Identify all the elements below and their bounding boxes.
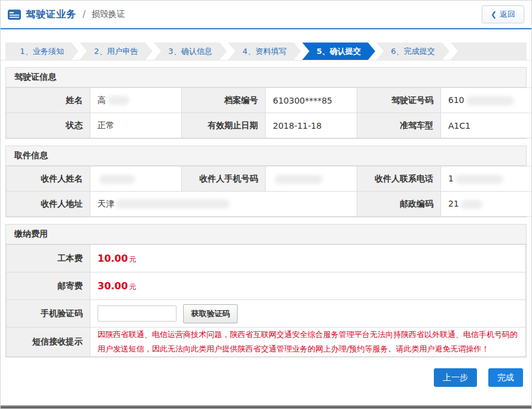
step-5-confirm-submit: 5、确认提交 (302, 43, 375, 60)
production-fee-label: 工本费 (7, 245, 90, 272)
section-fees: 缴纳费用 工本费 10.00元 邮寄费 30.00元 手机验证码 获取验证码 (5, 224, 527, 358)
recipient-mobile-value (266, 166, 357, 192)
back-arrow-icon: ❮ (491, 10, 497, 19)
step-wizard: 1、业务须知 2、用户申告 3、确认信息 4、资料填写 5、确认提交 6、完成提… (5, 43, 527, 60)
pickup-info-table: 收件人姓名 收件人手机号码 收件人联系电话 1 收件人地址 天津 邮政编码 21 (6, 166, 532, 217)
mailing-fee-unit: 元 (129, 283, 136, 291)
footer-strip (1, 405, 531, 408)
redacted-blur (108, 96, 129, 105)
mailing-fee-amount: 30.00 (98, 280, 128, 292)
license-number-value: 610 (441, 88, 532, 113)
table-row: 收件人姓名 收件人手机号码 收件人联系电话 1 (7, 166, 532, 192)
production-fee-unit: 元 (129, 255, 136, 263)
step-wizard-filler (451, 43, 527, 60)
license-info-table: 姓名 高 档案编号 610300****85 驾驶证号码 610 状态 正常 有… (6, 87, 532, 138)
mailing-fee-value: 30.00元 (90, 272, 526, 300)
back-button[interactable]: ❮ 返回 (482, 5, 524, 23)
step-4-fill-materials: 4、资料填写 (228, 43, 301, 60)
license-card-icon (8, 10, 21, 20)
table-row: 收件人地址 天津 邮政编码 21 (7, 192, 532, 217)
section-title-pickup-info: 取件信息 (6, 146, 526, 166)
section-pickup-info: 取件信息 收件人姓名 收件人手机号码 收件人联系电话 1 收件人地址 天津 邮政… (5, 146, 527, 217)
postcode-label: 邮政编码 (357, 192, 441, 217)
step-3-confirm-info: 3、确认信息 (154, 43, 227, 60)
expiry-label: 有效期止日期 (182, 113, 266, 138)
wizard-divider (1, 60, 531, 60)
postcode-value: 21 (441, 192, 532, 217)
status-value: 正常 (90, 113, 182, 138)
redacted-blur (116, 199, 230, 208)
bottom-actions: 上一步 完成 (1, 358, 531, 387)
recipient-address-label: 收件人地址 (7, 192, 90, 217)
redacted-blur (99, 175, 135, 184)
license-number-label: 驾驶证号码 (357, 88, 441, 113)
finish-button[interactable]: 完成 (488, 368, 523, 387)
recipient-name-label: 收件人姓名 (7, 166, 90, 192)
redacted-blur (466, 96, 514, 105)
name-label: 姓名 (7, 88, 90, 113)
sms-code-input[interactable] (98, 305, 177, 322)
sms-note-text: 因陕西省联通、电信运营商技术问题，陕西省互联网交通安全综合服务管理平台无法向持陕… (98, 328, 518, 356)
production-fee-value: 10.00元 (90, 245, 526, 272)
name-text: 高 (98, 95, 106, 105)
step-6-complete-submit: 6、完成提交 (376, 43, 449, 60)
expiry-value: 2018-11-18 (266, 113, 357, 138)
step-2-user-declaration: 2、用户申告 (80, 43, 153, 60)
vehicle-type-label: 准驾车型 (357, 113, 441, 138)
sms-code-cell: 获取验证码 (90, 300, 526, 328)
recipient-phone-value: 1 (441, 166, 532, 192)
table-row: 工本费 10.00元 (7, 245, 526, 272)
vehicle-type-value: A1C1 (441, 113, 532, 138)
license-number-text: 610 (448, 95, 464, 105)
recipient-phone-label: 收件人联系电话 (357, 166, 441, 192)
status-label: 状态 (7, 113, 90, 138)
file-number-value: 610300****85 (266, 88, 357, 113)
file-number-label: 档案编号 (182, 88, 266, 113)
section-title-license-info: 驾驶证信息 (6, 68, 526, 87)
recipient-address-text: 天津 (98, 199, 114, 208)
name-value: 高 (90, 88, 182, 113)
section-license-info: 驾驶证信息 姓名 高 档案编号 610300****85 驾驶证号码 610 状… (5, 67, 527, 139)
header: 驾驶证业务 / 损毁换证 ❮ 返回 (1, 1, 531, 29)
get-code-button[interactable]: 获取验证码 (183, 304, 238, 323)
title-separator: / (83, 9, 86, 20)
sms-note-cell: 因陕西省联通、电信运营商技术问题，陕西省互联网交通安全综合服务管理平台无法向持陕… (90, 328, 526, 357)
recipient-mobile-label: 收件人手机号码 (182, 166, 266, 192)
step-1-business-notice: 1、业务须知 (5, 43, 78, 60)
section-title-fees: 缴纳费用 (6, 225, 526, 244)
sms-note-label: 短信接收提示 (7, 328, 90, 357)
production-fee-amount: 10.00 (98, 253, 128, 264)
page-title: 驾驶证业务 (26, 8, 77, 21)
back-label: 返回 (500, 9, 515, 20)
mailing-fee-label: 邮寄费 (7, 272, 90, 300)
table-row: 状态 正常 有效期止日期 2018-11-18 准驾车型 A1C1 (7, 113, 532, 138)
sms-code-label: 手机验证码 (7, 300, 90, 328)
table-row: 姓名 高 档案编号 610300****85 驾驶证号码 610 (7, 88, 532, 113)
redacted-blur (275, 175, 323, 184)
redacted-blur (461, 200, 482, 209)
page: 驾驶证业务 / 损毁换证 ❮ 返回 1、业务须知 2、用户申告 3、确认信息 4… (0, 0, 532, 409)
header-title-group: 驾驶证业务 / 损毁换证 (8, 8, 125, 21)
recipient-name-value (90, 166, 182, 192)
fees-table: 工本费 10.00元 邮寄费 30.00元 手机验证码 获取验证码 短信接收提 (6, 244, 526, 357)
redacted-blur (455, 175, 503, 184)
page-subtitle: 损毁换证 (92, 9, 125, 20)
table-row: 邮寄费 30.00元 (7, 272, 526, 300)
recipient-phone-text: 1 (448, 174, 454, 183)
previous-step-button[interactable]: 上一步 (434, 368, 477, 387)
postcode-text: 21 (448, 199, 459, 208)
table-row: 短信接收提示 因陕西省联通、电信运营商技术问题，陕西省互联网交通安全综合服务管理… (7, 328, 526, 357)
recipient-address-value: 天津 (90, 192, 357, 217)
table-row: 手机验证码 获取验证码 (7, 300, 526, 328)
